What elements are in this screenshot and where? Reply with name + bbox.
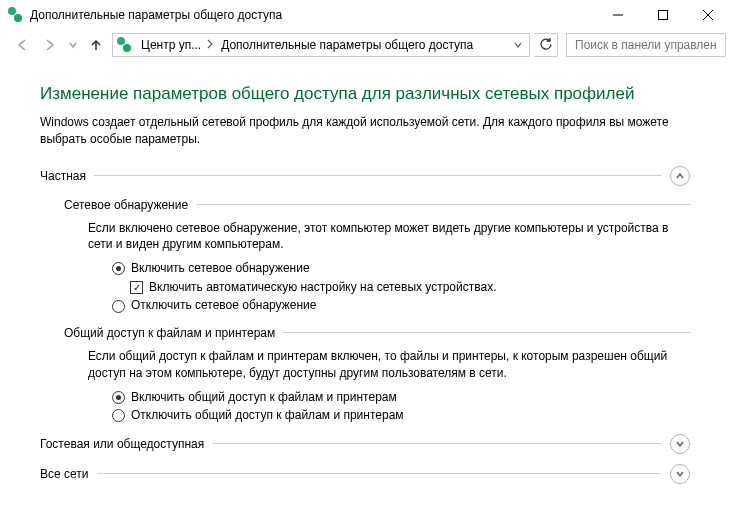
radio-sharing-off[interactable]: Отключить общий доступ к файлам и принте… (112, 408, 690, 424)
close-button[interactable] (685, 0, 730, 30)
minimize-button[interactable] (595, 0, 640, 30)
section-private-header[interactable]: Частная (40, 166, 690, 186)
radio-discovery-off[interactable]: Отключить сетевое обнаружение (112, 298, 690, 314)
forward-button[interactable] (38, 33, 62, 57)
section-guest-label: Гостевая или общедоступная (40, 437, 204, 451)
file-sharing-header: Общий доступ к файлам и принтерам (64, 326, 690, 340)
section-guest-header[interactable]: Гостевая или общедоступная (40, 434, 690, 454)
search-box[interactable] (566, 33, 726, 57)
search-input[interactable] (573, 37, 719, 53)
network-discovery-header: Сетевое обнаружение (64, 198, 690, 212)
back-button[interactable] (10, 33, 34, 57)
refresh-button[interactable] (534, 33, 558, 57)
radio-icon (112, 391, 125, 404)
radio-icon (112, 262, 125, 275)
checkbox-auto-setup[interactable]: Включить автоматическую настройку на сет… (130, 280, 690, 296)
page-heading: Изменение параметров общего доступа для … (40, 84, 690, 104)
radio-icon (112, 409, 125, 422)
file-sharing-desc: Если общий доступ к файлам и принтерам в… (88, 348, 690, 382)
chevron-down-icon[interactable] (670, 464, 690, 484)
chevron-down-icon[interactable] (670, 434, 690, 454)
chevron-right-icon (207, 38, 213, 52)
address-dropdown[interactable] (509, 40, 527, 50)
section-private-label: Частная (40, 169, 86, 183)
window-title: Дополнительные параметры общего доступа (30, 8, 595, 22)
breadcrumb-seg-2[interactable]: Дополнительные параметры общего доступа (217, 34, 477, 56)
section-all-label: Все сети (40, 467, 89, 481)
address-bar[interactable]: Центр уп... Дополнительные параметры общ… (112, 33, 530, 57)
app-icon (8, 7, 24, 23)
radio-sharing-on[interactable]: Включить общий доступ к файлам и принтер… (112, 390, 690, 406)
nav-bar: Центр уп... Дополнительные параметры общ… (0, 30, 730, 60)
network-discovery-desc: Если включено сетевое обнаружение, этот … (88, 220, 690, 254)
content-area: Изменение параметров общего доступа для … (0, 60, 730, 518)
section-all-header[interactable]: Все сети (40, 464, 690, 484)
address-icon (117, 37, 133, 53)
title-bar: Дополнительные параметры общего доступа (0, 0, 730, 30)
svg-rect-1 (658, 11, 667, 20)
chevron-up-icon[interactable] (670, 166, 690, 186)
radio-icon (112, 300, 125, 313)
recent-dropdown[interactable] (66, 33, 80, 57)
breadcrumb-seg-1[interactable]: Центр уп... (137, 34, 217, 56)
radio-discovery-on[interactable]: Включить сетевое обнаружение (112, 261, 690, 277)
checkbox-icon (130, 281, 143, 294)
up-button[interactable] (84, 33, 108, 57)
maximize-button[interactable] (640, 0, 685, 30)
page-intro: Windows создает отдельный сетевой профил… (40, 114, 690, 148)
